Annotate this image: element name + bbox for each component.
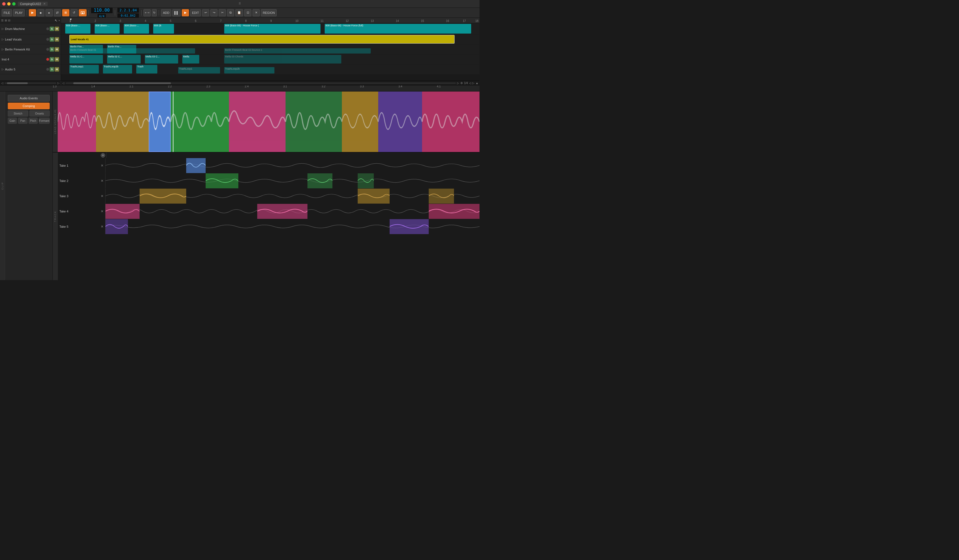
take-2-waveform[interactable] [105, 173, 480, 188]
stop-button[interactable]: ■ [37, 9, 45, 16]
pitch-button[interactable]: Pitch [29, 118, 38, 124]
undo-button[interactable]: ↩ [202, 9, 209, 16]
comp-seg-pink1[interactable] [58, 92, 96, 152]
vocals-mute-btn[interactable]: M [55, 37, 59, 41]
zoom-in-icon[interactable]: ▷ [472, 81, 475, 84]
edit-button[interactable]: EDIT [190, 9, 201, 16]
scroll-right-icon[interactable]: ▷ [457, 81, 459, 84]
comp-seg-gold2[interactable] [342, 92, 378, 152]
scroll-left-icon[interactable]: ◁ [62, 81, 64, 84]
vocals-expand-icon[interactable]: ▷ [2, 38, 4, 41]
comp-seg-gold1[interactable] [96, 92, 149, 152]
comp-seg-blue-sel[interactable] [149, 92, 170, 152]
drum-clip-4[interactable]: 808 (B [153, 24, 174, 33]
punch-button[interactable]: ⊞ [62, 9, 69, 16]
vocals-enable-dot[interactable] [46, 38, 49, 41]
comp-seg-green1[interactable] [170, 92, 229, 152]
inst4-mute-btn[interactable]: M [55, 57, 59, 62]
add-button[interactable]: ADD [161, 9, 171, 16]
minimap-nav-right[interactable]: ▷ [57, 81, 60, 84]
file-button[interactable]: FILE [2, 9, 12, 16]
audio5-clip-4[interactable]: TrashLoop1 [178, 67, 220, 73]
take-4-close[interactable]: ✕ [101, 209, 104, 213]
region-button[interactable]: REGION [261, 9, 277, 16]
berlin-enable-dot[interactable] [46, 48, 49, 51]
drum-enable-dot[interactable] [46, 27, 49, 30]
take-3-close[interactable]: ✕ [101, 194, 104, 198]
take-1-close[interactable]: ✕ [101, 164, 104, 167]
pan-button[interactable]: Pan [18, 118, 27, 124]
tab-area[interactable]: CompingGUI22 ✕ [18, 2, 48, 6]
audio5-expand-icon[interactable]: ▷ [2, 68, 4, 71]
paste2-button[interactable]: ⊡ [244, 9, 252, 16]
comp-seg-green2[interactable] [285, 92, 342, 152]
play-button[interactable]: ▶ [29, 9, 36, 16]
audio5-clip-2[interactable]: TrashLoop2b [103, 65, 132, 73]
drum-mute-btn[interactable]: M [55, 27, 59, 31]
berlin-mute-btn[interactable]: M [55, 47, 59, 52]
drum-clip-1[interactable]: 808 (Bass-... [65, 24, 90, 33]
copy-button[interactable]: ⧉ [227, 9, 234, 16]
berlin-solo-btn[interactable]: S [50, 47, 54, 52]
record-button[interactable]: ● [46, 9, 53, 16]
comping-button[interactable]: Comping [8, 103, 50, 109]
inst4-clip-1[interactable]: Mella 01 C... [69, 55, 103, 64]
drum-clip-6[interactable]: 808 (Bass-08) - House Force (full) [325, 24, 471, 33]
audio5-clip-1[interactable]: TrashLoop1 [69, 65, 99, 73]
scissors-button[interactable]: ✂ [219, 9, 226, 16]
take-5-waveform[interactable] [105, 219, 480, 234]
inst4-enable-dot[interactable] [46, 58, 49, 61]
metro-button[interactable] [79, 9, 87, 16]
preview-play-button[interactable]: ▶ [182, 9, 189, 16]
audio5-enable-dot[interactable] [46, 68, 49, 71]
time-display[interactable]: 0:02.842 [117, 13, 139, 18]
inst4-clip-4[interactable]: Mella [182, 55, 199, 64]
main-scrollbar[interactable] [65, 83, 456, 84]
zoom-out-icon[interactable]: ◁ [469, 81, 471, 84]
stretch-button[interactable]: Stretch [8, 110, 28, 116]
take-5-close[interactable]: ✕ [101, 225, 104, 229]
drum-clip-5[interactable]: 808 (Bass-08) - House Force ( [224, 24, 320, 33]
top-scrollbar[interactable] [5, 83, 56, 84]
delete-button[interactable]: ✕ [253, 9, 260, 16]
take-2-close[interactable]: ✕ [101, 179, 104, 183]
comp-seg-purple[interactable] [378, 92, 422, 152]
maximize-button[interactable] [12, 2, 16, 6]
drum-solo-btn[interactable]: S [50, 27, 54, 31]
take-1-waveform[interactable] [105, 158, 480, 173]
cursor-icon[interactable]: ↖ [55, 19, 57, 22]
drum-clip-2[interactable]: 808 (Bass-... [95, 24, 119, 33]
inst4-clip-3[interactable]: Mella 03 C... [145, 55, 178, 64]
minimap-nav-icon[interactable]: ◁ [1, 81, 3, 84]
inst4-solo-btn[interactable]: S [50, 57, 54, 62]
take-4-waveform[interactable] [105, 204, 480, 219]
nudge-button[interactable]: ⇠⇢ [143, 9, 151, 16]
audio5-clip-5[interactable]: TrashLoop2b [224, 67, 274, 73]
grid-icon[interactable]: ⊞ [5, 19, 7, 22]
audio5-mute-btn[interactable]: M [55, 67, 59, 72]
meter-button[interactable]: ▌▌ [172, 9, 181, 16]
position-display[interactable]: 2.2.1.84 [117, 7, 140, 13]
audio5-solo-btn[interactable]: S [50, 67, 54, 72]
onsets-button[interactable]: Onsets [29, 110, 50, 116]
tab-close-icon[interactable]: ✕ [43, 2, 46, 5]
drum-clip-3[interactable]: 808 (Bass-... [124, 24, 149, 33]
loop-toggle[interactable]: ↻ [152, 9, 157, 16]
formant-button[interactable]: Formant [39, 118, 50, 124]
minimize-button[interactable] [7, 2, 11, 6]
comp-seg-pink2[interactable] [229, 92, 285, 152]
berlin-expand-icon[interactable]: ▷ [2, 48, 4, 51]
vocals-solo-btn[interactable]: S [50, 37, 54, 41]
take-3-waveform[interactable] [105, 189, 480, 204]
berlin-clip-bg2[interactable]: Berlin Firework Beat 02-bounce-1 [224, 48, 371, 54]
berlin-clip-bg1[interactable]: Berlin Firework Beat 01 [69, 48, 195, 54]
inst4-clip-2[interactable]: Mella 02 C... [107, 55, 141, 64]
loop-button[interactable]: ⇄ [54, 9, 61, 16]
add-take-button[interactable]: + [101, 153, 105, 158]
paste-button[interactable]: 📋 [235, 9, 243, 16]
gain-button[interactable]: Gain [8, 118, 17, 124]
comp-seg-pink3[interactable] [422, 92, 480, 152]
close-button[interactable] [2, 2, 6, 6]
audio5-clip-3[interactable]: Trash [136, 65, 157, 73]
comp-waveform-content[interactable] [58, 92, 480, 152]
